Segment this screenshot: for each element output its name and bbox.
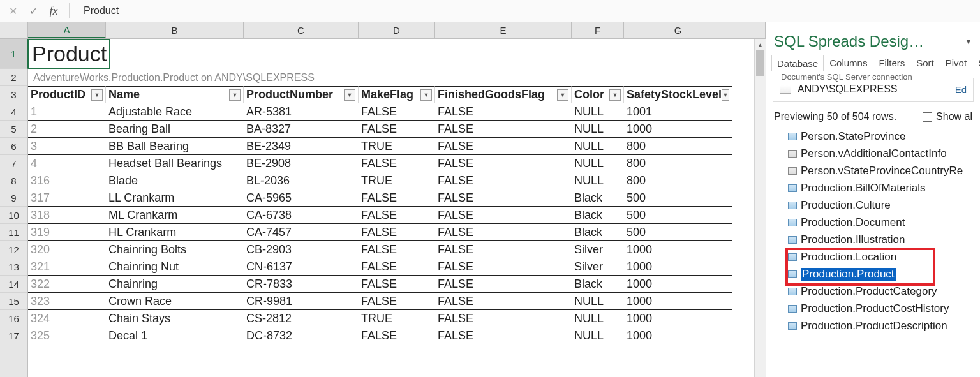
cell-makeflag[interactable]: TRUE [359, 138, 435, 155]
cell-safetystocklevel[interactable]: 1000 [624, 276, 732, 293]
cell-safetystocklevel[interactable]: 800 [624, 138, 732, 155]
header-Name[interactable]: Name▼ [106, 86, 244, 103]
row-header-15[interactable]: 15 [0, 293, 27, 310]
cell-finishedgoodsflag[interactable]: FALSE [435, 103, 572, 121]
table-row[interactable]: 1Adjustable RaceAR-5381FALSEFALSENULL100… [28, 103, 754, 121]
panel-dropdown-icon[interactable]: ▼ [965, 37, 972, 46]
cell-name[interactable]: LL Crankarm [106, 189, 244, 207]
cell-color[interactable]: NULL [572, 172, 624, 189]
cell-productnumber[interactable]: CA-7457 [244, 224, 359, 241]
cell-productnumber[interactable]: CB-2903 [244, 241, 359, 258]
cell-name[interactable]: ML Crankarm [106, 207, 244, 224]
filter-icon[interactable]: ▼ [229, 89, 241, 101]
table-row[interactable]: 325Decal 1DC-8732FALSEFALSENULL1000 [28, 327, 754, 344]
cell-name[interactable]: Blade [106, 172, 244, 189]
cell-color[interactable]: Black [572, 276, 624, 293]
cell-name[interactable]: Bearing Ball [106, 121, 244, 138]
cell-safetystocklevel[interactable]: 1000 [624, 121, 732, 138]
cell-productnumber[interactable]: CA-6738 [244, 207, 359, 224]
cell-name[interactable]: Chainring Nut [106, 258, 244, 276]
cell-makeflag[interactable]: FALSE [359, 224, 435, 241]
row-header-4[interactable]: 4 [0, 103, 27, 121]
cell-productnumber[interactable]: BL-2036 [244, 172, 359, 189]
cell-name[interactable]: Chain Stays [106, 310, 244, 327]
cell-name[interactable]: HL Crankarm [106, 224, 244, 241]
cell-productnumber[interactable]: BE-2349 [244, 138, 359, 155]
cell-productnumber[interactable]: DC-8732 [244, 327, 359, 344]
filter-icon[interactable]: ▼ [344, 89, 355, 101]
cell-productid[interactable]: 2 [28, 121, 106, 138]
cell-makeflag[interactable]: FALSE [359, 327, 435, 344]
cell-productnumber[interactable]: BA-8327 [244, 121, 359, 138]
cell-color[interactable]: Black [572, 207, 624, 224]
cell-productnumber[interactable]: CR-9981 [244, 293, 359, 310]
tree-item[interactable]: Person.vStateProvinceCountryRe [788, 162, 977, 179]
tree-item[interactable]: Production.BillOfMaterials [788, 179, 977, 196]
cell-productid[interactable]: 319 [28, 224, 106, 241]
cell-productid[interactable]: 324 [28, 310, 106, 327]
header-MakeFlag[interactable]: MakeFlag▼ [359, 86, 435, 103]
cell-makeflag[interactable]: FALSE [359, 155, 435, 172]
cell-makeflag[interactable]: FALSE [359, 293, 435, 310]
cell-productnumber[interactable]: AR-5381 [244, 103, 359, 121]
cell-finishedgoodsflag[interactable]: FALSE [435, 310, 572, 327]
cell-productid[interactable]: 317 [28, 189, 106, 207]
table-row[interactable]: 2Bearing BallBA-8327FALSEFALSENULL1000 [28, 121, 754, 138]
tree-item[interactable]: Person.vAdditionalContactInfo [788, 145, 977, 162]
row-header-5[interactable]: 5 [0, 121, 27, 138]
cell-name[interactable]: Adjustable Race [106, 103, 244, 121]
scroll-thumb[interactable] [756, 50, 764, 76]
table-row[interactable]: 316BladeBL-2036TRUEFALSENULL800 [28, 172, 754, 189]
cell-color[interactable]: NULL [572, 121, 624, 138]
table-row[interactable]: 320Chainring BoltsCB-2903FALSEFALSESilve… [28, 241, 754, 258]
cell-color[interactable]: NULL [572, 293, 624, 310]
tree-item[interactable]: Production.Location [788, 248, 977, 265]
cell-safetystocklevel[interactable]: 800 [624, 155, 732, 172]
cell-makeflag[interactable]: TRUE [359, 310, 435, 327]
vertical-scrollbar[interactable]: ▲ [754, 39, 766, 377]
cell-finishedgoodsflag[interactable]: FALSE [435, 224, 572, 241]
table-row[interactable]: 317LL CrankarmCA-5965FALSEFALSEBlack500 [28, 189, 754, 207]
tree-item[interactable]: Production.ProductCostHistory [788, 300, 977, 317]
tab-columns[interactable]: Columns [824, 54, 873, 71]
cell-productnumber[interactable]: CN-6137 [244, 258, 359, 276]
cell-safetystocklevel[interactable]: 1000 [624, 258, 732, 276]
edit-connection-link[interactable]: Ed [955, 84, 967, 95]
cell-safetystocklevel[interactable]: 800 [624, 172, 732, 189]
scroll-up-icon[interactable]: ▲ [755, 39, 766, 50]
table-row[interactable]: 324Chain StaysCS-2812TRUEFALSENULL1000 [28, 310, 754, 327]
tree-item[interactable]: Person.StateProvince [788, 128, 977, 145]
fx-icon[interactable]: fx [46, 3, 61, 18]
cell-finishedgoodsflag[interactable]: FALSE [435, 138, 572, 155]
cell-name[interactable]: Crown Race [106, 293, 244, 310]
cell-safetystocklevel[interactable]: 500 [624, 207, 732, 224]
row-header-17[interactable]: 17 [0, 327, 27, 344]
cell-color[interactable]: Silver [572, 241, 624, 258]
cell-makeflag[interactable]: TRUE [359, 172, 435, 189]
cell-safetystocklevel[interactable]: 1000 [624, 241, 732, 258]
cell-makeflag[interactable]: FALSE [359, 121, 435, 138]
cell-productnumber[interactable]: CA-5965 [244, 189, 359, 207]
show-all-checkbox[interactable] [923, 112, 932, 122]
filter-icon[interactable]: ▼ [722, 89, 729, 101]
table-row[interactable]: 322ChainringCR-7833FALSEFALSEBlack1000 [28, 276, 754, 293]
col-header-B[interactable]: B [106, 22, 244, 38]
cell-productnumber[interactable]: CR-7833 [244, 276, 359, 293]
cells-area[interactable]: ProductAdventureWorks.Production.Product… [28, 39, 754, 377]
cell-color[interactable]: NULL [572, 155, 624, 172]
row-header-7[interactable]: 7 [0, 155, 27, 172]
col-header-A[interactable]: A [28, 22, 106, 38]
accept-icon[interactable]: ✓ [26, 3, 41, 18]
cell-finishedgoodsflag[interactable]: FALSE [435, 241, 572, 258]
col-header-G[interactable]: G [624, 22, 732, 38]
cell-color[interactable]: Silver [572, 258, 624, 276]
cell-makeflag[interactable]: FALSE [359, 207, 435, 224]
tab-pivot[interactable]: Pivot [940, 54, 972, 71]
cell-color[interactable]: Black [572, 224, 624, 241]
tree-item[interactable]: Production.Illustration [788, 231, 977, 248]
cell-color[interactable]: NULL [572, 310, 624, 327]
cell-name[interactable]: Decal 1 [106, 327, 244, 344]
subtitle-cell[interactable]: AdventureWorks.Production.Product on AND… [28, 69, 754, 86]
cell-finishedgoodsflag[interactable]: FALSE [435, 121, 572, 138]
cell-name[interactable]: Chainring [106, 276, 244, 293]
